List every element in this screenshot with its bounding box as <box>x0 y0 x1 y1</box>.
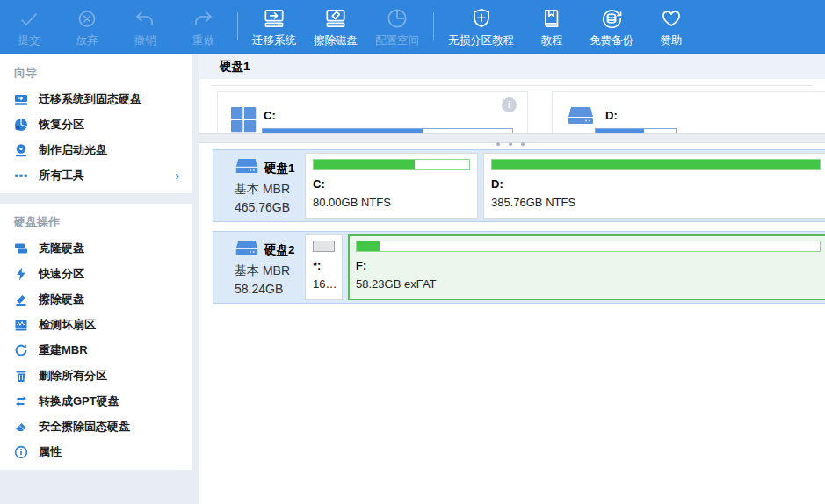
sidebar-item-properties[interactable]: 属性 <box>0 439 192 464</box>
sidebar-item-delete-all-partitions[interactable]: 删除所有分区 <box>0 363 192 388</box>
info-icon[interactable]: i <box>502 97 517 112</box>
sidebar-item-label: 擦除硬盘 <box>39 292 84 307</box>
sponsor-button[interactable]: 赞助 <box>642 0 700 53</box>
redo-button[interactable]: 重做 <box>174 0 232 53</box>
partition-d[interactable]: D: 385.76GB NTFS <box>483 153 825 219</box>
drive-overview-panel: C: i D: <box>199 88 825 133</box>
free-backup-button[interactable]: 免费备份 <box>581 0 642 53</box>
windows-logo-icon <box>231 107 257 133</box>
toolbar: 提交 放弃 撤销 重做 迁移系统 擦除磁盘 配置空间 无损分区教程 <box>0 0 825 54</box>
sidebar-item-rebuild-mbr[interactable]: 重建MBR <box>0 337 192 363</box>
disk2-name: 硬盘2 <box>264 242 295 258</box>
tutorial-button[interactable]: 教程 <box>523 0 581 53</box>
sidebar-item-label: 删除所有分区 <box>39 368 107 384</box>
check-icon <box>18 4 40 31</box>
undo-button[interactable]: 撤销 <box>116 0 174 53</box>
partition-f-info: 58.23GB exFAT <box>356 277 821 291</box>
redo-icon <box>192 4 214 31</box>
heart-icon <box>659 4 684 31</box>
partition-tutorial-button[interactable]: 无损分区教程 <box>439 0 523 53</box>
sidebar-item-all-tools[interactable]: 所有工具 › <box>0 162 192 188</box>
sidebar-item-check-bad-sectors[interactable]: 检测坏扇区 <box>0 312 192 337</box>
partition-d-label: D: <box>491 177 821 191</box>
ssd-migrate-icon <box>14 92 28 106</box>
wipe-disk-button[interactable]: 擦除磁盘 <box>305 0 366 53</box>
disk1-size: 465.76GB <box>235 200 305 214</box>
sidebar-item-quick-partition[interactable]: 快速分区 <box>0 261 192 286</box>
disk-row-1[interactable]: 硬盘1 基本 MBR 465.76GB C: 80.00GB NTFS <box>213 149 825 222</box>
partition-c-label: C: <box>313 177 470 191</box>
disk2-info: 硬盘2 基本 MBR 58.24GB <box>213 232 305 296</box>
sidebar-item-make-bootable-cd[interactable]: 制作启动光盘 <box>0 137 192 162</box>
overview-card-d[interactable]: D: <box>552 91 825 133</box>
undo-label: 撤销 <box>134 33 156 48</box>
partition-c[interactable]: C: 80.00GB NTFS <box>305 153 478 219</box>
sidebar: 向导 迁移系统到固态硬盘 恢复分区 制作启动光盘 所有工具 › 硬盘操作 <box>0 54 199 504</box>
partition-tutorial-label: 无损分区教程 <box>448 33 514 48</box>
free-backup-label: 免费备份 <box>590 33 633 48</box>
sidebar-item-label: 恢复分区 <box>39 117 84 133</box>
circle-x-icon <box>76 4 98 31</box>
partition-star[interactable]: *: 16… <box>305 234 343 300</box>
eraser-icon <box>14 420 28 434</box>
allocate-space-label: 配置空间 <box>375 33 419 48</box>
tutorial-label: 教程 <box>541 33 563 48</box>
pie-clock-icon <box>385 4 409 31</box>
ellipsis-icon <box>14 169 28 183</box>
sidebar-item-convert-to-gpt[interactable]: 转换成GPT硬盘 <box>0 388 192 414</box>
book-icon <box>539 4 564 31</box>
shield-plus-icon <box>469 4 494 31</box>
rebuild-refresh-icon <box>14 343 28 357</box>
sidebar-item-label: 克隆硬盘 <box>39 241 84 256</box>
clone-disk-icon <box>14 241 28 256</box>
disk2-partitions: *: 16… F: 58.23GB exFAT <box>305 234 825 300</box>
wipe-disk-label: 擦除磁盘 <box>314 33 358 48</box>
sidebar-item-label: 属性 <box>39 444 62 460</box>
sidebar-item-label: 迁移系统到固态硬盘 <box>39 91 141 107</box>
sidebar-item-label: 制作启动光盘 <box>39 142 107 158</box>
commit-label: 提交 <box>18 33 40 48</box>
toolbar-separator <box>237 12 238 40</box>
partition-star-label: *: <box>313 259 335 272</box>
sidebar-item-clone-disk[interactable]: 克隆硬盘 <box>0 235 192 261</box>
commit-button[interactable]: 提交 <box>0 0 58 53</box>
partition-d-info: 385.76GB NTFS <box>491 196 821 209</box>
overview-card-c[interactable]: C: i <box>217 91 528 133</box>
sidebar-section-wizard: 向导 迁移系统到固态硬盘 恢复分区 制作启动光盘 所有工具 › <box>0 54 192 193</box>
info-icon <box>14 445 28 459</box>
sidebar-section-disk-operations: 硬盘操作 克隆硬盘 快速分区 擦除硬盘 检测坏扇区 重建MBR <box>0 204 192 470</box>
partition-f[interactable]: F: 58.23GB exFAT <box>348 234 825 300</box>
redo-label: 重做 <box>192 33 214 48</box>
sidebar-item-migrate-os-to-ssd[interactable]: 迁移系统到固态硬盘 <box>0 86 192 112</box>
sidebar-item-secure-erase-ssd[interactable]: 安全擦除固态硬盘 <box>0 414 192 439</box>
tab-disk1[interactable]: 硬盘1 <box>220 59 250 75</box>
partition-c-usage-bar <box>313 159 470 170</box>
divider <box>211 85 813 86</box>
sidebar-item-label: 重建MBR <box>39 342 88 358</box>
wizard-section-title: 向导 <box>0 54 192 86</box>
panel-splitter[interactable]: ● ● ● <box>199 133 825 143</box>
sidebar-item-label: 检测坏扇区 <box>39 317 96 333</box>
brush-icon <box>14 292 28 306</box>
sidebar-item-label: 快速分区 <box>39 266 84 282</box>
disk-row-2[interactable]: 硬盘2 基本 MBR 58.24GB *: 16… F: 58.23GB exF… <box>213 231 825 304</box>
sidebar-item-recover-partition[interactable]: 恢复分区 <box>0 112 192 137</box>
partition-d-usage-fill <box>492 160 820 169</box>
overview-drive-c-label: C: <box>264 109 276 122</box>
partition-f-usage-fill <box>357 241 380 251</box>
disk1-partitions: C: 80.00GB NTFS D: 385.76GB NTFS <box>305 153 825 219</box>
migrate-system-label: 迁移系统 <box>252 33 296 48</box>
disk1-info: 硬盘1 基本 MBR 465.76GB <box>213 150 305 214</box>
discard-button[interactable]: 放弃 <box>58 0 116 53</box>
disk1-name: 硬盘1 <box>264 161 295 176</box>
partition-f-label: F: <box>356 259 821 272</box>
allocate-space-button[interactable]: 配置空间 <box>366 0 428 53</box>
sidebar-item-wipe-hard-drive[interactable]: 擦除硬盘 <box>0 286 192 312</box>
migrate-system-button[interactable]: 迁移系统 <box>243 0 305 53</box>
disk-list: 硬盘1 基本 MBR 465.76GB C: 80.00GB NTFS <box>199 143 825 504</box>
disk2-size: 58.24GB <box>235 282 305 296</box>
eraser-disk-icon <box>323 4 348 31</box>
trash-icon <box>14 369 28 383</box>
main-panel: 硬盘1 C: i D: ● ● ● <box>199 54 825 504</box>
chevron-right-icon: › <box>175 169 179 183</box>
